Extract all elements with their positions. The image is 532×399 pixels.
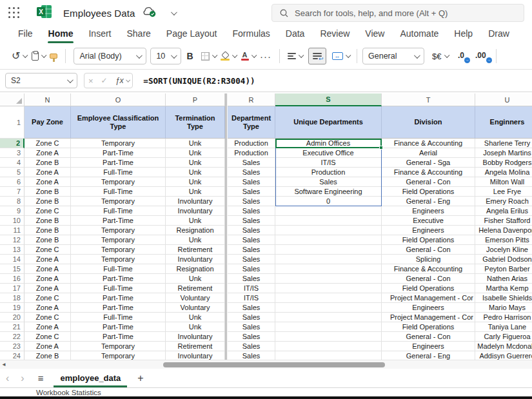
cell-T12[interactable]: Field Operations — [382, 235, 475, 245]
insert-function-button[interactable]: ƒx — [115, 76, 129, 85]
row-header-8[interactable]: 8 — [0, 197, 25, 206]
prev-sheet-chevron-icon[interactable]: ‹ — [0, 373, 15, 384]
cell-N15[interactable]: Zone A — [25, 264, 71, 274]
cell-S6[interactable]: Sales — [275, 177, 382, 187]
menu-tab-home[interactable]: Home — [41, 26, 81, 43]
wrap-text-button[interactable]: ↩ — [308, 48, 326, 64]
cell-U9[interactable]: Angela Erilus — [475, 206, 532, 216]
menu-tab-file[interactable]: File — [10, 26, 41, 43]
cell-R19[interactable]: Sales — [228, 303, 275, 313]
cell-T3[interactable]: Aerial — [382, 148, 475, 158]
cell-P20[interactable]: Unk — [166, 313, 225, 322]
cell-O4[interactable]: Part-Time — [71, 158, 166, 168]
cell-T18[interactable]: Project Management - Cor — [382, 293, 475, 303]
sheet-tab-employee-data[interactable]: employee_data — [51, 369, 130, 387]
excel-logo-icon[interactable]: X — [36, 4, 53, 22]
cell-T19[interactable]: Engineers — [382, 303, 475, 313]
row-header-1[interactable]: 1 — [0, 106, 25, 139]
cell-P24[interactable]: Involuntary — [166, 351, 225, 360]
align-chevron-icon[interactable] — [299, 53, 304, 58]
cell-S18[interactable] — [275, 293, 382, 303]
cell-O17[interactable]: Full-Time — [71, 284, 166, 293]
menu-tab-insert[interactable]: Insert — [81, 26, 119, 43]
cell-R8[interactable]: Sales — [228, 197, 275, 206]
cell-P22[interactable]: Involuntary — [166, 332, 225, 342]
more-font-options-button[interactable]: ··· — [257, 51, 274, 62]
cell-P13[interactable]: Retirement — [166, 245, 225, 255]
cell-R14[interactable]: Sales — [228, 255, 275, 264]
row-header-21[interactable]: 21 — [0, 322, 25, 332]
currency-format-button[interactable]: $€ — [429, 49, 450, 64]
cell-P9[interactable]: Involuntary — [166, 206, 225, 216]
cell-U13[interactable]: Jocelyn Kline — [475, 245, 532, 255]
cell-N13[interactable]: Zone C — [25, 245, 71, 255]
cell-O19[interactable]: Part-Time — [71, 303, 166, 313]
cell-N20[interactable]: Zone C — [25, 313, 71, 322]
cell-P5[interactable]: Unk — [166, 168, 225, 177]
font-name-select[interactable]: Arial (Body) — [74, 48, 146, 64]
cell-S3[interactable]: Executive Office — [275, 148, 382, 158]
row-header-2[interactable]: 2 — [0, 139, 25, 148]
cell-O13[interactable]: Temporary — [71, 245, 166, 255]
horizontal-scrollbar-thumb[interactable] — [163, 362, 385, 367]
cell-P23[interactable]: Retirement — [166, 342, 225, 351]
increase-decimal-button[interactable]: .0 — [457, 50, 469, 63]
cell-R12[interactable]: Sales — [228, 235, 275, 245]
header-cell-S1[interactable]: Unique Departments — [275, 106, 382, 139]
cell-R5[interactable]: Sales — [228, 168, 275, 177]
cell-R6[interactable]: Sales — [228, 177, 275, 187]
cell-N18[interactable]: Zone C — [25, 293, 71, 303]
cell-T9[interactable]: Engineers — [382, 206, 475, 216]
header-cell-U1[interactable]: Enginners — [475, 106, 532, 139]
align-button[interactable] — [285, 50, 305, 62]
column-header-T[interactable]: T — [382, 93, 475, 106]
cell-S14[interactable] — [275, 255, 382, 264]
row-header-7[interactable]: 7 — [0, 187, 25, 197]
cell-O2[interactable]: Temporary — [71, 139, 166, 148]
cell-O8[interactable]: Temporary — [71, 197, 166, 206]
cell-P7[interactable]: Unk — [166, 187, 225, 197]
cell-O12[interactable]: Temporary — [71, 235, 166, 245]
cell-S9[interactable] — [275, 206, 382, 216]
menu-tab-share[interactable]: Share — [119, 26, 158, 43]
cell-T2[interactable]: Finance & Accounting — [382, 139, 475, 148]
row-header-20[interactable]: 20 — [0, 313, 25, 322]
cancel-icon[interactable]: × — [88, 76, 94, 86]
menu-tab-review[interactable]: Review — [312, 26, 357, 43]
cell-R17[interactable]: IT/IS — [228, 284, 275, 293]
cell-O20[interactable]: Full-Time — [71, 313, 166, 322]
title-chevron-down-icon[interactable] — [171, 9, 177, 15]
undo-button[interactable]: ↺ — [9, 48, 29, 64]
cell-N8[interactable]: Zone B — [25, 197, 71, 206]
header-cell-O1[interactable]: Employee Classification Type — [71, 106, 166, 139]
cell-N6[interactable]: Zone A — [25, 177, 71, 187]
cell-R3[interactable]: Production — [228, 148, 275, 158]
cell-O16[interactable]: Part-Time — [71, 274, 166, 284]
cell-S11[interactable] — [275, 226, 382, 235]
cell-S22[interactable] — [275, 332, 382, 342]
cell-O7[interactable]: Full-Time — [71, 187, 166, 197]
cell-P21[interactable]: Unk — [166, 322, 225, 332]
cell-N3[interactable]: Zone A — [25, 148, 71, 158]
borders-button[interactable] — [199, 50, 219, 63]
cell-O24[interactable]: Temporary — [71, 351, 166, 360]
cell-O10[interactable]: Part-Time — [71, 216, 166, 226]
cell-R15[interactable]: Sales — [228, 264, 275, 274]
fill-color-button[interactable] — [218, 50, 239, 63]
column-header-S[interactable]: S — [275, 93, 382, 106]
row-header-11[interactable]: 11 — [0, 226, 25, 235]
cell-T6[interactable]: General - Con — [382, 177, 475, 187]
cell-O9[interactable]: Full-Time — [71, 206, 166, 216]
cell-N4[interactable]: Zone B — [25, 158, 71, 168]
cell-R24[interactable]: Sales — [228, 351, 275, 360]
cell-R9[interactable]: Sales — [228, 206, 275, 216]
cell-T15[interactable]: Finance & Accounting — [382, 264, 475, 274]
cell-P15[interactable]: Resignation — [166, 264, 225, 274]
cell-U11[interactable]: Helena Davenport — [475, 226, 532, 235]
cell-P18[interactable]: Voluntary — [166, 293, 225, 303]
cell-T14[interactable]: Splicing — [382, 255, 475, 264]
cell-R18[interactable]: IT/IS — [228, 293, 275, 303]
sheet-list-menu-icon[interactable]: ≡ — [30, 373, 52, 384]
cell-P14[interactable]: Involuntary — [166, 255, 225, 264]
cell-N16[interactable]: Zone A — [25, 274, 71, 284]
